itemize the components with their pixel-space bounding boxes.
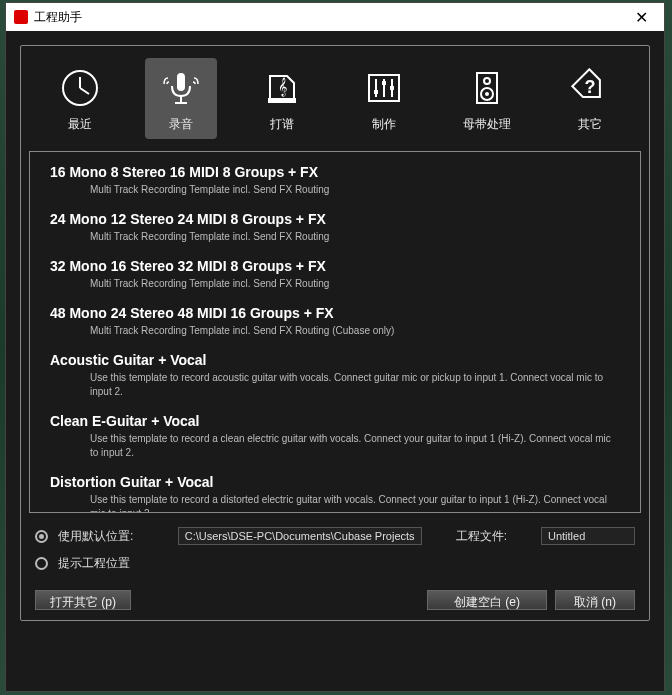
button-row: 打开其它 (p) 创建空白 (e) 取消 (n) [29, 590, 641, 610]
content-area: 最近 录音 𝄞 打谱 [6, 31, 664, 635]
app-icon [14, 10, 28, 24]
template-item[interactable]: Clean E-Guitar + VocalUse this template … [50, 413, 620, 460]
category-tabs: 最近 录音 𝄞 打谱 [29, 58, 641, 139]
template-title: 32 Mono 16 Stereo 32 MIDI 8 Groups + FX [50, 258, 620, 274]
titlebar: 工程助手 ✕ [6, 3, 664, 31]
tag-question-icon: ? [568, 66, 612, 110]
template-desc: Use this template to record acoustic gui… [50, 371, 620, 399]
template-desc: Use this template to record a clean elec… [50, 432, 620, 460]
prompt-location-label: 提示工程位置 [58, 555, 130, 572]
tab-label: 最近 [68, 116, 92, 133]
svg-rect-12 [374, 90, 378, 94]
open-other-button[interactable]: 打开其它 (p) [35, 590, 131, 610]
right-buttons: 创建空白 (e) 取消 (n) [427, 590, 635, 610]
default-location-row: 使用默认位置: 工程文件: [35, 527, 635, 545]
template-desc: Use this template to record a distorted … [50, 493, 620, 512]
svg-text:𝄞: 𝄞 [278, 77, 287, 97]
clock-icon [58, 66, 102, 110]
tab-label: 录音 [169, 116, 193, 133]
tab-scoring[interactable]: 𝄞 打谱 [246, 58, 318, 139]
tab-other[interactable]: ? 其它 [554, 58, 626, 139]
template-title: 16 Mono 8 Stereo 16 MIDI 8 Groups + FX [50, 164, 620, 180]
svg-rect-14 [390, 86, 394, 90]
template-title: Acoustic Guitar + Vocal [50, 352, 620, 368]
default-path-input[interactable] [178, 527, 422, 545]
tab-recording[interactable]: 录音 [145, 58, 217, 139]
score-icon: 𝄞 [260, 66, 304, 110]
tab-mastering[interactable]: 母带处理 [449, 58, 525, 139]
mixer-icon [362, 66, 406, 110]
template-item[interactable]: Distortion Guitar + VocalUse this templa… [50, 474, 620, 512]
template-desc: Multi Track Recording Template incl. Sen… [50, 230, 620, 244]
project-assistant-window: 工程助手 ✕ 最近 录音 [5, 2, 665, 692]
use-default-label: 使用默认位置: [58, 528, 133, 545]
svg-line-2 [80, 88, 89, 94]
template-title: Clean E-Guitar + Vocal [50, 413, 620, 429]
tab-label: 母带处理 [463, 116, 511, 133]
radio-use-default[interactable] [35, 530, 48, 543]
template-title: 24 Mono 12 Stereo 24 MIDI 8 Groups + FX [50, 211, 620, 227]
template-item[interactable]: 48 Mono 24 Stereo 48 MIDI 16 Groups + FX… [50, 305, 620, 338]
svg-rect-7 [268, 98, 296, 103]
svg-rect-13 [382, 81, 386, 85]
tab-production[interactable]: 制作 [348, 58, 420, 139]
svg-text:?: ? [585, 77, 596, 97]
project-file-label: 工程文件: [456, 528, 507, 545]
project-file-input[interactable] [541, 527, 635, 545]
tab-recent[interactable]: 最近 [44, 58, 116, 139]
template-desc: Multi Track Recording Template incl. Sen… [50, 277, 620, 291]
window-title: 工程助手 [34, 9, 82, 26]
svg-point-18 [485, 92, 489, 96]
radio-prompt-location[interactable] [35, 557, 48, 570]
svg-point-16 [484, 78, 490, 84]
tab-label: 其它 [578, 116, 602, 133]
template-title: Distortion Guitar + Vocal [50, 474, 620, 490]
tab-label: 打谱 [270, 116, 294, 133]
microphone-icon [159, 66, 203, 110]
tab-label: 制作 [372, 116, 396, 133]
speaker-icon [465, 66, 509, 110]
cancel-button[interactable]: 取消 (n) [555, 590, 635, 610]
template-list-container: 16 Mono 8 Stereo 16 MIDI 8 Groups + FXMu… [29, 151, 641, 513]
titlebar-left: 工程助手 [14, 9, 82, 26]
prompt-location-row: 提示工程位置 [35, 555, 635, 572]
main-panel: 最近 录音 𝄞 打谱 [20, 45, 650, 621]
template-item[interactable]: 24 Mono 12 Stereo 24 MIDI 8 Groups + FXM… [50, 211, 620, 244]
template-item[interactable]: 32 Mono 16 Stereo 32 MIDI 8 Groups + FXM… [50, 258, 620, 291]
create-blank-button[interactable]: 创建空白 (e) [427, 590, 547, 610]
template-item[interactable]: Acoustic Guitar + VocalUse this template… [50, 352, 620, 399]
location-section: 使用默认位置: 工程文件: 提示工程位置 [29, 527, 641, 572]
svg-rect-3 [177, 73, 185, 91]
template-item[interactable]: 16 Mono 8 Stereo 16 MIDI 8 Groups + FXMu… [50, 164, 620, 197]
template-desc: Multi Track Recording Template incl. Sen… [50, 324, 620, 338]
template-desc: Multi Track Recording Template incl. Sen… [50, 183, 620, 197]
template-list[interactable]: 16 Mono 8 Stereo 16 MIDI 8 Groups + FXMu… [30, 152, 640, 512]
close-icon[interactable]: ✕ [627, 8, 656, 27]
template-title: 48 Mono 24 Stereo 48 MIDI 16 Groups + FX [50, 305, 620, 321]
